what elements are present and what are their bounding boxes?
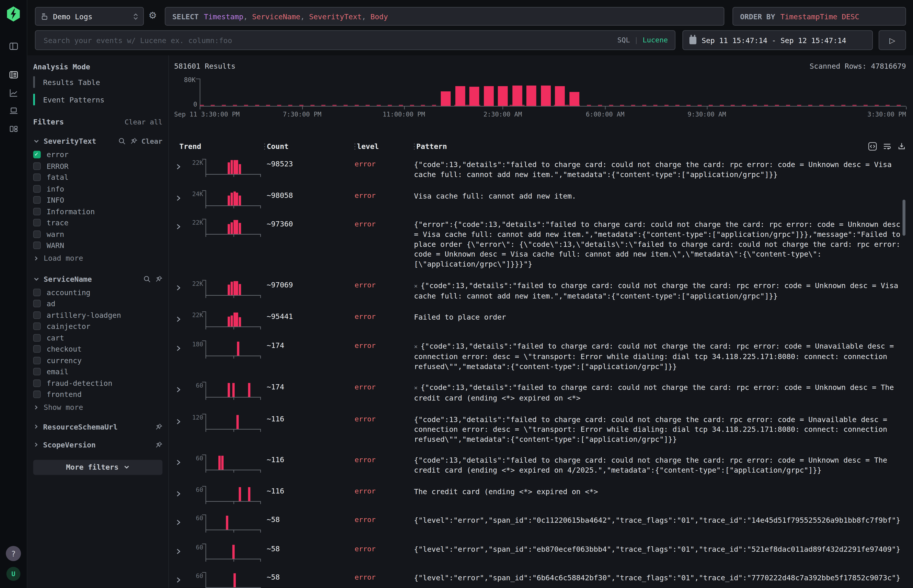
checkbox[interactable] xyxy=(33,219,40,226)
pin-icon[interactable] xyxy=(155,441,162,448)
search-input[interactable] xyxy=(42,35,617,45)
wrap-lines-icon[interactable] xyxy=(882,142,892,150)
pin-icon[interactable] xyxy=(155,275,162,283)
checkbox[interactable] xyxy=(33,357,40,364)
row-expand-icon[interactable] xyxy=(174,541,186,562)
filter-option[interactable]: artillery-loadgen xyxy=(33,309,162,321)
hyperdx-logo-icon[interactable] xyxy=(6,6,21,24)
row-pattern[interactable]: ×{"code":13,"details":"failed to charge … xyxy=(414,338,906,371)
chart-icon[interactable] xyxy=(8,88,18,98)
table-row[interactable]: 22K~97069error×{"code":13,"details":"fai… xyxy=(174,273,906,305)
table-row[interactable]: 120~116error{"code":13,"details":"failed… xyxy=(174,407,906,448)
search-icon[interactable] xyxy=(118,137,126,145)
filter-option[interactable]: email xyxy=(33,366,162,377)
column-drag-icon[interactable]: ⋮ xyxy=(351,142,357,150)
filter-option[interactable]: accounting xyxy=(33,287,162,298)
sql-mode-button[interactable]: SQL xyxy=(617,36,630,44)
more-filters-button[interactable]: More filters xyxy=(33,459,162,475)
histogram-bar[interactable] xyxy=(441,91,451,106)
checkbox[interactable] xyxy=(33,368,40,375)
clear-all-button[interactable]: Clear all xyxy=(125,118,162,126)
show-more-button[interactable]: Show more xyxy=(33,401,162,413)
row-pattern[interactable]: Failed to place order xyxy=(414,309,906,330)
code-icon[interactable] xyxy=(868,142,877,150)
dashboards-icon[interactable] xyxy=(8,124,18,134)
checkbox[interactable] xyxy=(33,311,40,319)
table-row[interactable]: 60~58error{"level":"error","span_id":"6b… xyxy=(174,566,906,588)
histogram-bar[interactable] xyxy=(469,87,479,106)
row-expand-icon[interactable] xyxy=(174,338,186,371)
table-row[interactable]: 180~174error×{"code":13,"details":"faile… xyxy=(174,334,906,376)
filter-option[interactable]: cart xyxy=(33,332,162,343)
col-pattern[interactable]: Pattern xyxy=(416,142,868,150)
table-row[interactable]: 22K~98523error{"code":13,"details":"fail… xyxy=(174,153,906,184)
pin-icon[interactable] xyxy=(130,137,137,145)
histogram-bar[interactable] xyxy=(526,86,536,106)
row-pattern[interactable]: {"level":"error","span_id":"6b64c6c58842… xyxy=(414,570,906,588)
filter-group-scopeversion[interactable]: ScopeVersion xyxy=(33,440,162,449)
row-expand-icon[interactable] xyxy=(174,570,186,588)
row-pattern[interactable]: The credit card (ending <*> expired on <… xyxy=(414,483,906,504)
row-pattern[interactable]: ×{"code":13,"details":"failed to charge … xyxy=(414,277,906,300)
table-row[interactable]: 60~174error×{"code":13,"details":"failed… xyxy=(174,375,906,407)
panel-toggle-icon[interactable] xyxy=(8,41,18,51)
row-expand-icon[interactable] xyxy=(174,309,186,330)
filter-option[interactable]: frontend xyxy=(33,389,162,400)
filter-group-servicename[interactable]: ServiceName xyxy=(33,275,162,283)
filter-option[interactable]: ad xyxy=(33,298,162,309)
row-expand-icon[interactable] xyxy=(174,157,186,179)
checkbox[interactable] xyxy=(33,230,40,238)
column-drag-icon[interactable]: ⋮ xyxy=(261,142,267,150)
col-trend[interactable]: Trend xyxy=(174,142,261,150)
time-range-picker[interactable]: Sep 11 15:47:14 - Sep 12 15:47:14 xyxy=(682,31,873,50)
checkbox[interactable] xyxy=(33,391,40,398)
row-expand-icon[interactable] xyxy=(174,216,186,269)
row-pattern[interactable]: {"code":13,"details":"failed to charge c… xyxy=(414,452,906,475)
table-row[interactable]: 22K~97360error{"error":{"code":13,"detai… xyxy=(174,212,906,273)
search-icon[interactable] xyxy=(143,275,151,283)
row-expand-icon[interactable] xyxy=(174,188,186,208)
filter-option[interactable]: trace xyxy=(33,217,162,228)
histogram-bar[interactable] xyxy=(569,92,579,106)
histogram-bar[interactable] xyxy=(484,86,494,106)
checkbox[interactable] xyxy=(33,289,40,296)
clear-group-button[interactable]: Clear xyxy=(141,137,163,145)
filter-option[interactable]: fatal xyxy=(33,171,162,183)
filter-group-severitytext[interactable]: SeverityText Clear xyxy=(33,137,162,145)
filter-option[interactable]: INFO xyxy=(33,194,162,206)
filter-option[interactable]: warn xyxy=(33,228,162,240)
table-row[interactable]: 60~58error{"level":"error","span_id":"eb… xyxy=(174,537,906,566)
checkbox[interactable] xyxy=(33,196,40,204)
table-row[interactable]: 60~58error{"level":"error","span_id":"0c… xyxy=(174,508,906,537)
histogram-bar[interactable] xyxy=(555,86,565,106)
mode-results-table[interactable]: Results Table xyxy=(33,76,162,89)
filter-option[interactable]: currency xyxy=(33,355,162,366)
gear-icon[interactable]: ⚙ xyxy=(149,10,157,21)
filter-option[interactable]: fraud-detection xyxy=(33,377,162,389)
row-pattern[interactable]: ×{"code":13,"details":"failed to charge … xyxy=(414,380,906,403)
row-pattern[interactable]: Visa cache full: cannot add new item. xyxy=(414,188,906,208)
checkbox[interactable] xyxy=(33,334,40,341)
table-row[interactable]: 60~116error{"code":13,"details":"failed … xyxy=(174,448,906,479)
row-expand-icon[interactable] xyxy=(174,411,186,444)
filter-option[interactable]: checkout xyxy=(33,343,162,355)
row-pattern[interactable]: {"level":"error","span_id":"0c11220615ba… xyxy=(414,512,906,533)
mode-event-patterns[interactable]: Event Patterns xyxy=(33,93,162,106)
help-icon[interactable]: ? xyxy=(6,546,21,561)
row-expand-icon[interactable] xyxy=(174,512,186,533)
filter-option[interactable]: cainjector xyxy=(33,321,162,332)
filter-group-resourceschemaurl[interactable]: ResourceSchemaUrl xyxy=(33,422,162,431)
row-pattern[interactable]: {"level":"error","span_id":"eb870ecef063… xyxy=(414,541,906,562)
checkbox[interactable] xyxy=(33,379,40,387)
avatar[interactable]: U xyxy=(6,567,20,581)
row-expand-icon[interactable] xyxy=(174,277,186,300)
results-histogram[interactable] xyxy=(200,79,906,107)
load-more-button[interactable]: Load more xyxy=(33,252,162,264)
filter-option[interactable]: Information xyxy=(33,206,162,217)
checkbox[interactable] xyxy=(33,345,40,353)
table-row[interactable]: 22K~95441errorFailed to place order xyxy=(174,305,906,334)
select-query-input[interactable]: SELECT Timestamp, ServiceName, SeverityT… xyxy=(165,7,724,26)
col-level[interactable]: level xyxy=(357,142,410,150)
table-scrollbar[interactable] xyxy=(903,200,905,236)
histogram-bar[interactable] xyxy=(541,86,550,106)
